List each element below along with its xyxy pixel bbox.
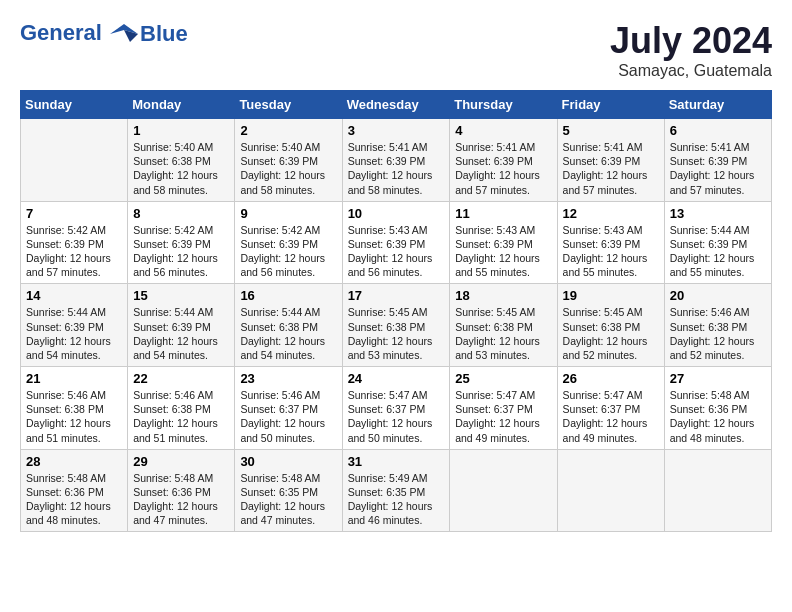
day-number: 31 (348, 454, 445, 469)
day-info: Sunrise: 5:42 AM Sunset: 6:39 PM Dayligh… (133, 223, 229, 280)
day-info: Sunrise: 5:48 AM Sunset: 6:36 PM Dayligh… (670, 388, 766, 445)
day-info: Sunrise: 5:48 AM Sunset: 6:35 PM Dayligh… (240, 471, 336, 528)
day-info: Sunrise: 5:45 AM Sunset: 6:38 PM Dayligh… (563, 305, 659, 362)
day-number: 2 (240, 123, 336, 138)
day-number: 17 (348, 288, 445, 303)
calendar-cell: 9Sunrise: 5:42 AM Sunset: 6:39 PM Daylig… (235, 201, 342, 284)
day-info: Sunrise: 5:46 AM Sunset: 6:38 PM Dayligh… (133, 388, 229, 445)
day-info: Sunrise: 5:44 AM Sunset: 6:38 PM Dayligh… (240, 305, 336, 362)
calendar-cell: 10Sunrise: 5:43 AM Sunset: 6:39 PM Dayli… (342, 201, 450, 284)
day-number: 9 (240, 206, 336, 221)
logo-general: General (20, 20, 102, 45)
day-number: 26 (563, 371, 659, 386)
day-info: Sunrise: 5:40 AM Sunset: 6:39 PM Dayligh… (240, 140, 336, 197)
day-number: 23 (240, 371, 336, 386)
day-info: Sunrise: 5:46 AM Sunset: 6:37 PM Dayligh… (240, 388, 336, 445)
day-info: Sunrise: 5:44 AM Sunset: 6:39 PM Dayligh… (670, 223, 766, 280)
calendar-week-row: 14Sunrise: 5:44 AM Sunset: 6:39 PM Dayli… (21, 284, 772, 367)
weekday-header-cell: Wednesday (342, 91, 450, 119)
day-info: Sunrise: 5:42 AM Sunset: 6:39 PM Dayligh… (240, 223, 336, 280)
calendar-body: 1Sunrise: 5:40 AM Sunset: 6:38 PM Daylig… (21, 119, 772, 532)
location-subtitle: Samayac, Guatemala (610, 62, 772, 80)
calendar-cell: 11Sunrise: 5:43 AM Sunset: 6:39 PM Dayli… (450, 201, 557, 284)
calendar-cell: 4Sunrise: 5:41 AM Sunset: 6:39 PM Daylig… (450, 119, 557, 202)
day-number: 30 (240, 454, 336, 469)
weekday-header-row: SundayMondayTuesdayWednesdayThursdayFrid… (21, 91, 772, 119)
calendar-week-row: 28Sunrise: 5:48 AM Sunset: 6:36 PM Dayli… (21, 449, 772, 532)
day-number: 27 (670, 371, 766, 386)
calendar-week-row: 7Sunrise: 5:42 AM Sunset: 6:39 PM Daylig… (21, 201, 772, 284)
logo-bird-icon (110, 20, 138, 48)
calendar-cell: 22Sunrise: 5:46 AM Sunset: 6:38 PM Dayli… (128, 367, 235, 450)
calendar-cell: 21Sunrise: 5:46 AM Sunset: 6:38 PM Dayli… (21, 367, 128, 450)
calendar-cell (664, 449, 771, 532)
day-number: 1 (133, 123, 229, 138)
calendar-cell: 27Sunrise: 5:48 AM Sunset: 6:36 PM Dayli… (664, 367, 771, 450)
day-number: 18 (455, 288, 551, 303)
weekday-header-cell: Tuesday (235, 91, 342, 119)
calendar-cell: 7Sunrise: 5:42 AM Sunset: 6:39 PM Daylig… (21, 201, 128, 284)
day-number: 19 (563, 288, 659, 303)
calendar-cell: 24Sunrise: 5:47 AM Sunset: 6:37 PM Dayli… (342, 367, 450, 450)
calendar-cell: 6Sunrise: 5:41 AM Sunset: 6:39 PM Daylig… (664, 119, 771, 202)
day-info: Sunrise: 5:48 AM Sunset: 6:36 PM Dayligh… (133, 471, 229, 528)
day-number: 29 (133, 454, 229, 469)
day-number: 25 (455, 371, 551, 386)
day-number: 22 (133, 371, 229, 386)
day-info: Sunrise: 5:46 AM Sunset: 6:38 PM Dayligh… (26, 388, 122, 445)
day-info: Sunrise: 5:46 AM Sunset: 6:38 PM Dayligh… (670, 305, 766, 362)
day-number: 21 (26, 371, 122, 386)
day-info: Sunrise: 5:41 AM Sunset: 6:39 PM Dayligh… (455, 140, 551, 197)
day-info: Sunrise: 5:41 AM Sunset: 6:39 PM Dayligh… (670, 140, 766, 197)
day-info: Sunrise: 5:41 AM Sunset: 6:39 PM Dayligh… (563, 140, 659, 197)
calendar-week-row: 21Sunrise: 5:46 AM Sunset: 6:38 PM Dayli… (21, 367, 772, 450)
day-info: Sunrise: 5:48 AM Sunset: 6:36 PM Dayligh… (26, 471, 122, 528)
day-info: Sunrise: 5:47 AM Sunset: 6:37 PM Dayligh… (563, 388, 659, 445)
calendar-table: SundayMondayTuesdayWednesdayThursdayFrid… (20, 90, 772, 532)
day-number: 28 (26, 454, 122, 469)
calendar-cell: 16Sunrise: 5:44 AM Sunset: 6:38 PM Dayli… (235, 284, 342, 367)
calendar-cell: 1Sunrise: 5:40 AM Sunset: 6:38 PM Daylig… (128, 119, 235, 202)
day-info: Sunrise: 5:41 AM Sunset: 6:39 PM Dayligh… (348, 140, 445, 197)
day-number: 3 (348, 123, 445, 138)
calendar-cell (21, 119, 128, 202)
calendar-cell: 2Sunrise: 5:40 AM Sunset: 6:39 PM Daylig… (235, 119, 342, 202)
calendar-cell: 30Sunrise: 5:48 AM Sunset: 6:35 PM Dayli… (235, 449, 342, 532)
calendar-cell: 12Sunrise: 5:43 AM Sunset: 6:39 PM Dayli… (557, 201, 664, 284)
day-info: Sunrise: 5:45 AM Sunset: 6:38 PM Dayligh… (455, 305, 551, 362)
day-number: 7 (26, 206, 122, 221)
weekday-header-cell: Sunday (21, 91, 128, 119)
day-info: Sunrise: 5:49 AM Sunset: 6:35 PM Dayligh… (348, 471, 445, 528)
calendar-cell: 15Sunrise: 5:44 AM Sunset: 6:39 PM Dayli… (128, 284, 235, 367)
calendar-cell: 3Sunrise: 5:41 AM Sunset: 6:39 PM Daylig… (342, 119, 450, 202)
day-number: 4 (455, 123, 551, 138)
day-number: 15 (133, 288, 229, 303)
day-number: 13 (670, 206, 766, 221)
day-info: Sunrise: 5:47 AM Sunset: 6:37 PM Dayligh… (348, 388, 445, 445)
calendar-cell: 31Sunrise: 5:49 AM Sunset: 6:35 PM Dayli… (342, 449, 450, 532)
calendar-cell: 29Sunrise: 5:48 AM Sunset: 6:36 PM Dayli… (128, 449, 235, 532)
svg-marker-0 (110, 24, 138, 34)
calendar-cell: 26Sunrise: 5:47 AM Sunset: 6:37 PM Dayli… (557, 367, 664, 450)
page-header: General Blue July 2024 Samayac, Guatemal… (20, 20, 772, 80)
day-info: Sunrise: 5:44 AM Sunset: 6:39 PM Dayligh… (133, 305, 229, 362)
calendar-cell: 28Sunrise: 5:48 AM Sunset: 6:36 PM Dayli… (21, 449, 128, 532)
weekday-header-cell: Thursday (450, 91, 557, 119)
logo-blue: Blue (140, 21, 188, 47)
day-number: 12 (563, 206, 659, 221)
day-info: Sunrise: 5:43 AM Sunset: 6:39 PM Dayligh… (348, 223, 445, 280)
weekday-header-cell: Friday (557, 91, 664, 119)
day-info: Sunrise: 5:42 AM Sunset: 6:39 PM Dayligh… (26, 223, 122, 280)
day-info: Sunrise: 5:43 AM Sunset: 6:39 PM Dayligh… (563, 223, 659, 280)
calendar-week-row: 1Sunrise: 5:40 AM Sunset: 6:38 PM Daylig… (21, 119, 772, 202)
day-info: Sunrise: 5:45 AM Sunset: 6:38 PM Dayligh… (348, 305, 445, 362)
calendar-cell: 23Sunrise: 5:46 AM Sunset: 6:37 PM Dayli… (235, 367, 342, 450)
day-number: 24 (348, 371, 445, 386)
day-info: Sunrise: 5:40 AM Sunset: 6:38 PM Dayligh… (133, 140, 229, 197)
calendar-cell: 14Sunrise: 5:44 AM Sunset: 6:39 PM Dayli… (21, 284, 128, 367)
day-number: 6 (670, 123, 766, 138)
calendar-cell (450, 449, 557, 532)
calendar-cell: 8Sunrise: 5:42 AM Sunset: 6:39 PM Daylig… (128, 201, 235, 284)
day-number: 20 (670, 288, 766, 303)
weekday-header-cell: Monday (128, 91, 235, 119)
